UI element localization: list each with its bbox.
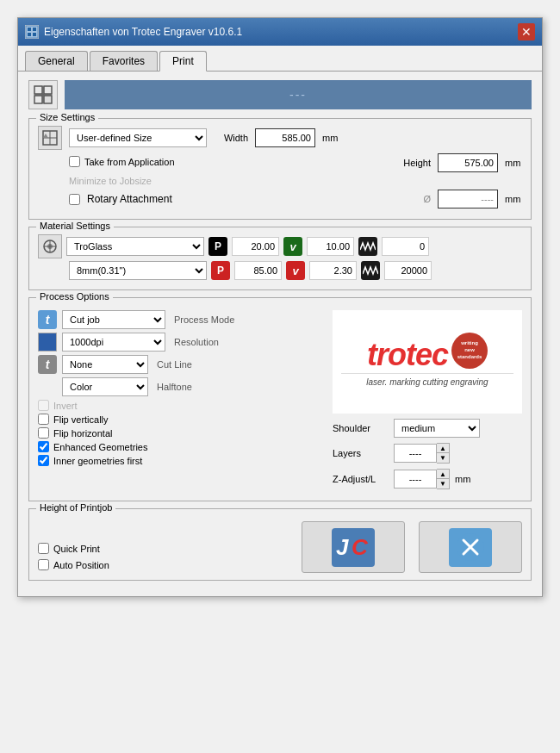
zadjust-spin-down[interactable]: ▼: [437, 479, 449, 489]
w1-value: 0: [382, 237, 429, 256]
svg-rect-6: [44, 86, 52, 94]
layers-spin-down[interactable]: ▼: [437, 453, 449, 463]
quick-print-checkbox[interactable]: [38, 543, 49, 554]
svg-rect-5: [34, 86, 42, 94]
process-options-group: Process Options t Cut job Process Mode 1…: [28, 297, 532, 501]
rotary-checkbox[interactable]: [69, 194, 80, 205]
cut-line-label: Cut Line: [157, 359, 192, 370]
svg-rect-7: [34, 96, 42, 103]
title-bar: Eigenschaften von Trotec Engraver v10.6.…: [18, 18, 542, 46]
preview-icon: [28, 80, 58, 109]
trotec-badge: writingnewstandards: [451, 333, 488, 369]
app-icon: [25, 25, 39, 39]
bottom-checkboxes: Quick Print Auto Position: [38, 543, 109, 573]
proc-row-job: t Cut job Process Mode: [38, 310, 324, 329]
trotec-logo: trotec writingnewstandards laser. markin…: [333, 310, 522, 414]
preview-wrap: ---: [28, 80, 532, 109]
tab-print[interactable]: Print: [159, 51, 207, 72]
tab-favorites[interactable]: Favorites: [90, 51, 158, 71]
p1-badge: P: [208, 237, 227, 256]
svg-rect-3: [28, 33, 31, 36]
shoulder-select[interactable]: medium: [394, 419, 480, 438]
zadjust-spin: ▲ ▼: [394, 469, 450, 489]
thickness-select[interactable]: 8mm(0.31"): [69, 261, 207, 280]
diameter-input[interactable]: [438, 190, 498, 208]
badge-text: writingnewstandards: [457, 340, 482, 360]
quick-print-label: Quick Print: [53, 544, 100, 554]
flip-v-checkbox[interactable]: [38, 414, 49, 425]
material-settings-group: Material Settings TroGlass P 20.00 v 10.: [28, 227, 532, 290]
shoulder-row: Shoulder medium: [333, 419, 522, 438]
svg-rect-1: [28, 28, 31, 31]
color-block: [38, 333, 57, 352]
flip-h-checkbox[interactable]: [38, 427, 49, 439]
size-settings-group: Size Settings User-defined Size Width mm: [28, 118, 532, 220]
height-input[interactable]: [438, 153, 498, 172]
cancel-icon: [449, 528, 492, 567]
inner-checkbox[interactable]: [38, 455, 49, 466]
main-window: Eigenschaften von Trotec Engraver v10.6.…: [17, 17, 543, 597]
process-left: t Cut job Process Mode 1000dpi Resolutio…: [38, 310, 324, 494]
material-select[interactable]: TroGlass: [66, 237, 204, 256]
height-printjob-label: Height of Printjob: [36, 502, 115, 513]
inner-row: Inner geometries first: [38, 455, 324, 466]
layers-input[interactable]: [394, 444, 437, 463]
tab-general[interactable]: General: [25, 51, 88, 71]
width-label: Width: [214, 133, 248, 143]
width-input[interactable]: [255, 128, 315, 147]
auto-position-row: Auto Position: [38, 559, 109, 570]
job-select[interactable]: Cut job: [62, 310, 165, 329]
process-options-label: Process Options: [36, 291, 113, 302]
svg-rect-4: [33, 33, 36, 36]
inner-label: Inner geometries first: [53, 456, 142, 466]
svg-text:C: C: [352, 534, 369, 560]
jc-button[interactable]: J C: [302, 521, 405, 573]
height-printjob-group: Height of Printjob Quick Print Auto Posi…: [28, 508, 532, 581]
layers-spin: ▲ ▼: [394, 443, 450, 464]
layers-spinbtns: ▲ ▼: [437, 443, 450, 464]
enhanced-checkbox[interactable]: [38, 441, 49, 452]
bottom-row: Quick Print Auto Position J C: [38, 516, 522, 573]
layers-label: Layers: [333, 448, 389, 458]
t-icon-job: t: [38, 310, 57, 329]
size-select[interactable]: User-defined Size: [69, 128, 207, 147]
layers-spin-up[interactable]: ▲: [437, 444, 449, 453]
preview-bar: ---: [65, 80, 532, 109]
zadjust-unit: mm: [455, 474, 470, 484]
minimize-label: Minimize to Jobsize: [69, 176, 152, 186]
svg-rect-8: [44, 96, 52, 103]
auto-position-checkbox[interactable]: [38, 559, 49, 570]
proc-row-res: 1000dpi Resolution: [38, 333, 324, 352]
take-from-app-checkbox[interactable]: [69, 156, 80, 167]
cancel-button[interactable]: [419, 521, 522, 573]
enhanced-row: Enhanced Geometries: [38, 441, 324, 452]
size-settings-label: Size Settings: [36, 112, 98, 122]
enhanced-label: Enhanced Geometries: [53, 442, 147, 452]
close-button[interactable]: ✕: [518, 23, 535, 40]
flip-h-row: Flip horizontal: [38, 427, 324, 439]
w2-badge: [361, 261, 380, 280]
halftone-select[interactable]: Color: [62, 377, 148, 396]
quick-print-row: Quick Print: [38, 543, 109, 554]
diameter-unit: mm: [505, 194, 522, 204]
process-mode-label: Process Mode: [174, 314, 234, 325]
material-icon: [38, 234, 62, 258]
zadjust-input[interactable]: [394, 470, 437, 489]
trotec-brand-wrap: trotec writingnewstandards: [367, 337, 488, 373]
zadjust-spin-up[interactable]: ▲: [437, 470, 449, 479]
size-row3: Minimize to Jobsize: [69, 176, 522, 186]
take-from-app-label: Take from Application: [84, 157, 175, 167]
layers-row: Layers ▲ ▼: [333, 443, 522, 464]
auto-position-label: Auto Position: [53, 560, 109, 570]
invert-checkbox[interactable]: [38, 400, 49, 411]
size-row2: Take from Application Height mm: [69, 153, 522, 172]
title-text: Eigenschaften von Trotec Engraver v10.6.…: [44, 26, 242, 38]
process-split: t Cut job Process Mode 1000dpi Resolutio…: [38, 310, 522, 494]
w2-value: 20000: [384, 261, 432, 280]
size-row4: Rotary Attachment Ø mm: [69, 190, 522, 208]
resolution-select[interactable]: 1000dpi: [62, 333, 165, 352]
process-right: trotec writingnewstandards laser. markin…: [333, 310, 522, 494]
cut-line-select[interactable]: None: [62, 355, 148, 374]
v2-badge: v: [286, 261, 305, 280]
mat-row1: TroGlass P 20.00 v 10.00 0: [38, 234, 522, 258]
